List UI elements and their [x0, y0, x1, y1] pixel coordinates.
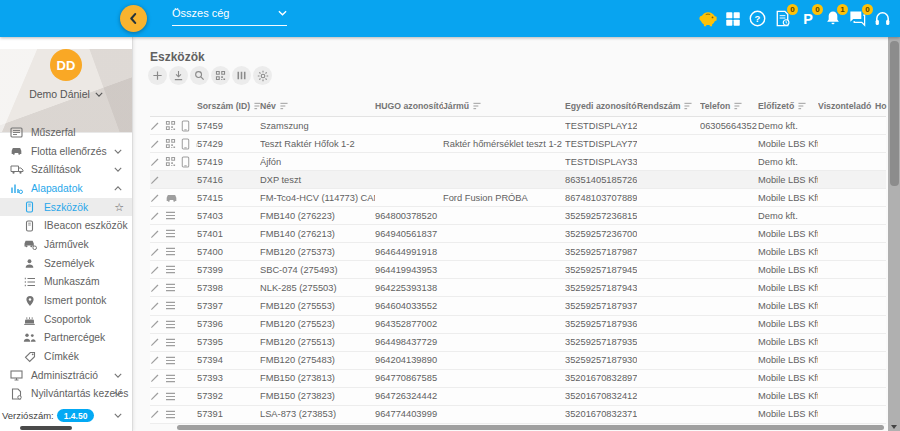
favorite-star-icon[interactable]: ☆ [114, 201, 124, 214]
sidebar-item-munkaszam[interactable]: Munkaszám [0, 273, 132, 292]
table-row[interactable]: 57391LSA-873 (273853)9647744039993520167… [150, 406, 886, 424]
qr-code-icon[interactable] [165, 120, 176, 131]
sidebar-item-partnercegek[interactable]: Partnercégek [0, 329, 132, 348]
sidebar-item-flotta-ellenorzes[interactable]: Flotta ellenőrzés [0, 142, 132, 161]
piggy-bank-icon[interactable] [695, 6, 720, 32]
mobile-device-icon[interactable] [181, 156, 190, 168]
edit-pencil-icon[interactable] [150, 373, 160, 383]
columns-button[interactable] [232, 66, 251, 85]
column-header-1[interactable]: Sorszám (ID) [197, 101, 260, 111]
column-header-10[interactable]: Ho [875, 101, 887, 111]
edit-pencil-icon[interactable] [150, 319, 160, 329]
qr-scan-button[interactable] [211, 66, 230, 85]
edit-pencil-icon[interactable] [150, 409, 160, 419]
vehicle-icon[interactable] [165, 193, 178, 203]
details-menu-icon[interactable] [165, 374, 176, 383]
sidebar-item-ismert-pontok[interactable]: Ismert pontok [0, 291, 132, 310]
sort-icon[interactable] [733, 102, 743, 110]
sort-icon[interactable] [797, 102, 807, 110]
qr-code-icon[interactable] [165, 138, 176, 149]
edit-pencil-icon[interactable] [150, 211, 160, 221]
details-menu-icon[interactable] [165, 211, 176, 220]
column-header-2[interactable]: Név [260, 101, 375, 111]
help-icon[interactable]: ? [745, 6, 770, 32]
company-selector[interactable]: Összes cég [172, 7, 287, 26]
edit-pencil-icon[interactable] [150, 139, 160, 149]
edit-pencil-icon[interactable] [150, 301, 160, 311]
sidebar-item-szemelyek[interactable]: Személyek [0, 254, 132, 273]
edit-pencil-icon[interactable] [150, 265, 160, 275]
table-row[interactable]: 57399SBC-074 (275493)9644199439533525925… [150, 261, 886, 279]
table-row[interactable]: 57416DXP teszt863514051857262Mobile LBS … [150, 171, 886, 189]
table-row[interactable]: 57400FMB120 (275373)96464499191835259257… [150, 243, 886, 261]
column-header-8[interactable]: Előfizető [758, 101, 818, 111]
avatar[interactable]: DD [50, 49, 82, 81]
table-row[interactable]: 57419ÁjfónTESTDISPLAY3382Demo kft. [150, 153, 886, 171]
sidebar-horizontal-scrollbar[interactable] [20, 426, 72, 430]
details-menu-icon[interactable] [165, 265, 176, 274]
mobile-device-icon[interactable] [181, 138, 190, 150]
table-row[interactable]: 57395FMB120 (275513)96449843772935259257… [150, 334, 886, 352]
apps-grid-icon[interactable] [720, 6, 745, 32]
sidebar-item-cimkek[interactable]: Címkék [0, 347, 132, 366]
table-row[interactable]: 57396FMB120 (275523)96435287700235259257… [150, 316, 886, 334]
table-row[interactable]: 57459SzamszungTESTDISPLAY123006305664352… [150, 117, 886, 135]
sidebar-item-alapadatok[interactable]: Alapadatok [0, 179, 132, 198]
sidebar-item-szallitasok[interactable]: Szállítások [0, 160, 132, 179]
parking-icon[interactable]: P0 [795, 6, 820, 32]
mobile-device-icon[interactable] [181, 120, 190, 132]
sort-icon[interactable] [253, 102, 260, 110]
edit-pencil-icon[interactable] [150, 355, 160, 365]
settings-button[interactable] [253, 66, 272, 85]
edit-pencil-icon[interactable] [150, 175, 160, 185]
user-menu[interactable]: Demo Dániel [0, 88, 132, 100]
details-menu-icon[interactable] [165, 247, 176, 256]
sidebar-item-csoportok[interactable]: Csoportok [0, 310, 132, 329]
edit-pencil-icon[interactable] [150, 157, 160, 167]
download-button[interactable] [169, 66, 188, 85]
column-header-5[interactable]: Egyedi azonosító [565, 101, 637, 111]
table-row[interactable]: 57397FMB120 (275553)96460403355235259257… [150, 297, 886, 315]
sort-icon[interactable] [683, 102, 693, 110]
search-button[interactable] [190, 66, 209, 85]
table-row[interactable]: 57415FM-Tco4-HCV (114773) CANFord Fusion… [150, 189, 886, 207]
edit-pencil-icon[interactable] [150, 193, 160, 203]
details-menu-icon[interactable] [165, 356, 176, 365]
edit-pencil-icon[interactable] [150, 247, 160, 257]
messages-icon[interactable]: 0 [845, 6, 870, 32]
details-menu-icon[interactable] [165, 229, 176, 238]
details-menu-icon[interactable] [165, 283, 176, 292]
column-header-7[interactable]: Telefon [700, 101, 758, 111]
table-row[interactable]: 57392FMB150 (273823)96472632444235201670… [150, 388, 886, 406]
details-menu-icon[interactable] [165, 410, 176, 419]
edit-pencil-icon[interactable] [150, 283, 160, 293]
details-menu-icon[interactable] [165, 392, 176, 401]
device-report-icon[interactable]: 0 [770, 6, 795, 32]
table-row[interactable]: 57394FMB120 (275483)96420413989035259257… [150, 352, 886, 370]
sidebar-item-adminisztracio[interactable]: Adminisztráció [0, 366, 132, 385]
table-row[interactable]: 57401FMB140 (276213)96494056183735259257… [150, 225, 886, 243]
sidebar-item-nyilvantartas-kezeles[interactable]: Nyilvántartás kezelés [0, 385, 132, 404]
vertical-scrollbar-thumb[interactable] [890, 41, 899, 186]
sidebar-item-muszerfal[interactable]: Műszerfal [0, 123, 132, 142]
column-header-4[interactable]: Jármű [443, 101, 565, 111]
sort-icon[interactable] [279, 102, 289, 110]
table-row[interactable]: 57398NLK-285 (275503)9642253931383525925… [150, 279, 886, 297]
table-row[interactable]: 57393FMB150 (273813)96477086758535201670… [150, 370, 886, 388]
details-menu-icon[interactable] [165, 301, 176, 310]
qr-code-icon[interactable] [165, 156, 176, 167]
vertical-scrollbar[interactable] [888, 37, 900, 431]
details-menu-icon[interactable] [165, 320, 176, 329]
edit-pencil-icon[interactable] [150, 391, 160, 401]
scroll-down-arrow-icon[interactable] [891, 425, 897, 429]
edit-pencil-icon[interactable] [150, 337, 160, 347]
add-button[interactable] [148, 66, 167, 85]
table-row[interactable]: 57403FMB140 (276223)96480037852035259257… [150, 207, 886, 225]
sidebar-item-ibeacon-eszkozok[interactable]: IBeacon eszközök [0, 216, 132, 235]
table-row[interactable]: 57429Teszt Raktér Hőfok 1-2Raktér hőmérs… [150, 135, 886, 153]
edit-pencil-icon[interactable] [150, 121, 160, 131]
column-header-3[interactable]: HUGO azonosító [375, 101, 443, 111]
sidebar-item-jarmuvek[interactable]: Járművek [0, 235, 132, 254]
sidebar-item-eszkozok[interactable]: Eszközök☆ [0, 198, 132, 217]
sort-icon[interactable] [472, 102, 482, 110]
